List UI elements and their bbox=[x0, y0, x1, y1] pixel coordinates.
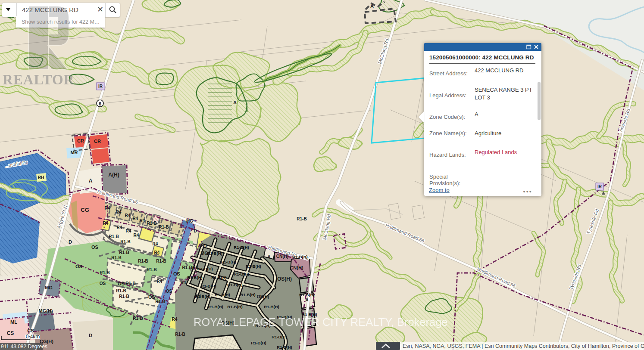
svg-text:A: A bbox=[370, 3, 374, 9]
svg-text:OS(H): OS(H) bbox=[277, 276, 292, 282]
svg-text:R4: R4 bbox=[105, 206, 110, 211]
svg-text:R1-B: R1-B bbox=[119, 250, 129, 255]
svg-text:Esri, NASA, NGA, USGS, FEMA |: Esri, NASA, NGA, USGS, FEMA | Esri Commu… bbox=[403, 343, 644, 349]
svg-text:R1-B(H): R1-B(H) bbox=[221, 260, 236, 264]
svg-text:R4: R4 bbox=[116, 210, 122, 214]
svg-text:R1-B(H): R1-B(H) bbox=[182, 265, 198, 270]
svg-text:R1-B: R1-B bbox=[100, 270, 109, 275]
svg-text:D: D bbox=[194, 229, 197, 233]
svg-text:R1-B(H): R1-B(H) bbox=[272, 335, 287, 339]
svg-text:R1-B(H): R1-B(H) bbox=[292, 254, 307, 259]
svg-text:R1-B: R1-B bbox=[147, 221, 156, 226]
svg-text:CS: CS bbox=[7, 330, 14, 336]
svg-text:R1-B(H): R1-B(H) bbox=[195, 294, 210, 299]
svg-text:R1-B: R1-B bbox=[147, 267, 156, 272]
svg-text:R4: R4 bbox=[140, 218, 145, 223]
svg-text:R4: R4 bbox=[201, 243, 207, 248]
svg-text:ML: ML bbox=[10, 319, 17, 325]
svg-text:OS(H): OS(H) bbox=[257, 294, 269, 299]
svg-text:MG: MG bbox=[45, 285, 53, 290]
svg-text:IR: IR bbox=[597, 184, 602, 189]
svg-text:R1-B: R1-B bbox=[138, 259, 148, 263]
svg-text:OS: OS bbox=[148, 294, 155, 300]
svg-text:D: D bbox=[69, 239, 72, 245]
svg-text:R1-B: R1-B bbox=[155, 299, 165, 304]
svg-text:D: D bbox=[89, 333, 92, 338]
svg-text:OS: OS bbox=[91, 245, 98, 250]
svg-text:R1-B: R1-B bbox=[159, 225, 169, 229]
svg-text:R1-B(H): R1-B(H) bbox=[187, 275, 202, 280]
svg-text:R1-B(H): R1-B(H) bbox=[201, 284, 216, 288]
svg-text:IR: IR bbox=[98, 84, 103, 89]
svg-text:R1-B: R1-B bbox=[125, 281, 135, 286]
svg-text:A: A bbox=[233, 100, 237, 105]
svg-text:R1-B(H): R1-B(H) bbox=[277, 345, 292, 350]
svg-text:R1-B: R1-B bbox=[116, 288, 126, 293]
svg-text:R1-B: R1-B bbox=[175, 332, 185, 337]
svg-text:CR: CR bbox=[94, 139, 101, 144]
svg-text:OS: OS bbox=[100, 281, 106, 286]
svg-text:CG: CG bbox=[81, 207, 89, 213]
svg-text:R1-B: R1-B bbox=[156, 259, 166, 263]
svg-text:R1-B(H): R1-B(H) bbox=[299, 292, 314, 297]
svg-text:R4: R4 bbox=[133, 216, 138, 221]
svg-text:CR: CR bbox=[77, 138, 84, 143]
svg-text:RH: RH bbox=[38, 175, 44, 180]
svg-text:CS: CS bbox=[27, 328, 34, 333]
svg-text:R1-B: R1-B bbox=[120, 239, 130, 244]
svg-text:R1-B(H): R1-B(H) bbox=[234, 272, 249, 276]
svg-text:R4: R4 bbox=[181, 280, 186, 285]
svg-text:CN(H): CN(H) bbox=[276, 254, 288, 259]
svg-text:R1-B: R1-B bbox=[111, 255, 121, 260]
svg-text:911 43.082 Degrees: 911 43.082 Degrees bbox=[1, 344, 47, 350]
svg-text:R1-B(H): R1-B(H) bbox=[246, 264, 261, 269]
svg-text:R4: R4 bbox=[157, 279, 163, 284]
svg-text:0.4km: 0.4km bbox=[26, 334, 40, 340]
svg-text:R1-B(H): R1-B(H) bbox=[234, 245, 249, 250]
svg-text:R4: R4 bbox=[117, 225, 122, 230]
svg-text:MG: MG bbox=[186, 219, 193, 223]
svg-text:R1-B: R1-B bbox=[297, 217, 306, 221]
svg-text:R1-B: R1-B bbox=[133, 316, 143, 321]
svg-text:OS: OS bbox=[166, 289, 172, 294]
svg-text:R1-B: R1-B bbox=[109, 234, 119, 239]
svg-text:R1-B(H): R1-B(H) bbox=[240, 292, 255, 297]
svg-text:OS: OS bbox=[173, 271, 180, 276]
svg-text:MR: MR bbox=[70, 150, 78, 155]
svg-text:R1-B(H): R1-B(H) bbox=[211, 275, 226, 280]
svg-text:R4: R4 bbox=[172, 317, 178, 322]
svg-text:R1-B: R1-B bbox=[119, 294, 129, 299]
svg-text:R1-B(H): R1-B(H) bbox=[197, 266, 213, 271]
svg-text:MG(H): MG(H) bbox=[39, 308, 53, 313]
svg-text:R1-B(H): R1-B(H) bbox=[207, 251, 222, 256]
svg-text:R4: R4 bbox=[134, 233, 139, 238]
svg-text:R1-B(H): R1-B(H) bbox=[264, 304, 279, 309]
svg-text:A(H): A(H) bbox=[108, 172, 119, 178]
svg-text:R1-B(H): R1-B(H) bbox=[215, 292, 230, 297]
svg-text:R4: R4 bbox=[153, 242, 158, 246]
svg-text:A: A bbox=[89, 178, 93, 184]
svg-text:6: 6 bbox=[99, 101, 101, 106]
svg-text:R1-B(H): R1-B(H) bbox=[251, 341, 266, 345]
svg-text:OS: OS bbox=[118, 281, 125, 286]
svg-text:R1-B(H): R1-B(H) bbox=[227, 304, 242, 309]
svg-text:R1-B(H): R1-B(H) bbox=[227, 282, 242, 287]
svg-text:A: A bbox=[305, 297, 308, 302]
svg-text:CN(H): CN(H) bbox=[290, 265, 303, 270]
svg-text:OS: OS bbox=[75, 264, 82, 269]
svg-text:ROYAL LEPAGE TOWER CITY REALTY: ROYAL LEPAGE TOWER CITY REALTY, Brokerag… bbox=[194, 316, 448, 328]
svg-text:R4: R4 bbox=[126, 229, 131, 233]
svg-text:A: A bbox=[267, 254, 270, 259]
svg-text:R4: R4 bbox=[103, 221, 109, 226]
svg-text:R4: R4 bbox=[154, 250, 160, 255]
svg-text:R4: R4 bbox=[125, 213, 131, 218]
svg-text:R1-B(H): R1-B(H) bbox=[208, 304, 223, 309]
